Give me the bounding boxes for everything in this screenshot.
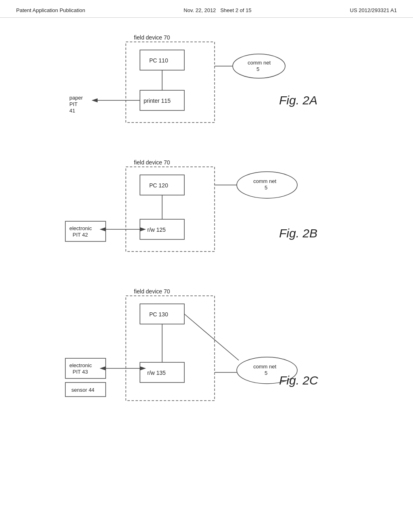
svg-text:PC 120: PC 120 [149, 182, 168, 189]
figure-2b-svg: field device 70 PC 120 r/w 125 comm net … [61, 159, 352, 268]
svg-text:PC 110: PC 110 [149, 57, 168, 64]
svg-text:Fig. 2B: Fig. 2B [279, 227, 317, 240]
svg-text:sensor 44: sensor 44 [71, 387, 94, 393]
fig2a-field-device-label: field device 70 [134, 34, 170, 41]
svg-marker-53 [140, 366, 146, 370]
svg-text:PIT 43: PIT 43 [73, 369, 88, 375]
svg-text:41: 41 [69, 108, 75, 114]
svg-marker-31 [100, 227, 106, 231]
figure-2c-svg: field device 70 PC 130 r/w 135 comm net … [61, 288, 352, 417]
svg-line-44 [184, 314, 239, 360]
svg-text:Fig. 2A: Fig. 2A [279, 94, 317, 107]
svg-text:PC 130: PC 130 [149, 311, 168, 318]
svg-text:5: 5 [265, 185, 267, 191]
svg-text:electronic: electronic [69, 225, 92, 231]
svg-text:Fig. 2C: Fig. 2C [279, 374, 318, 387]
svg-text:paper: paper [69, 95, 83, 101]
svg-text:5: 5 [257, 66, 259, 72]
svg-text:r/w 135: r/w 135 [147, 370, 166, 376]
svg-marker-32 [140, 227, 146, 231]
header-patent-number: US 2012/293321 A1 [350, 7, 397, 13]
page-header: Patent Application Publication Nov. 22, … [0, 0, 413, 18]
header-sheet: Sheet 2 of 15 [220, 7, 251, 13]
figure-area: field device 70 PC 110 printer 115 comm … [16, 34, 397, 417]
svg-rect-27 [65, 221, 106, 241]
svg-rect-16 [126, 167, 215, 251]
svg-text:5: 5 [265, 370, 267, 376]
svg-marker-52 [100, 366, 106, 370]
figure-2b-row: field device 70 PC 120 r/w 125 comm net … [16, 159, 397, 268]
figure-2a-row: field device 70 PC 110 printer 115 comm … [16, 34, 397, 139]
header-date: Nov. 22, 2012 [184, 7, 216, 13]
svg-marker-14 [92, 98, 98, 102]
svg-text:PIT: PIT [69, 101, 77, 107]
main-content: field device 70 PC 110 printer 115 comm … [0, 18, 413, 429]
svg-text:printer 115: printer 115 [144, 98, 171, 104]
figure-2c-row: field device 70 PC 130 r/w 135 comm net … [16, 288, 397, 417]
svg-rect-34 [126, 296, 215, 401]
svg-text:comm net: comm net [253, 364, 276, 370]
svg-text:field device 70: field device 70 [134, 159, 170, 166]
svg-text:PIT 42: PIT 42 [73, 232, 88, 238]
svg-text:r/w 125: r/w 125 [147, 227, 166, 233]
svg-text:comm net: comm net [253, 178, 276, 184]
header-date-sheet: Nov. 22, 2012 Sheet 2 of 15 [184, 7, 251, 13]
figure-2a-svg: field device 70 PC 110 printer 115 comm … [61, 34, 352, 139]
svg-text:field device 70: field device 70 [134, 288, 170, 295]
header-publication-type: Patent Application Publication [16, 7, 85, 13]
svg-text:electronic: electronic [69, 362, 92, 368]
svg-text:comm net: comm net [248, 60, 271, 66]
